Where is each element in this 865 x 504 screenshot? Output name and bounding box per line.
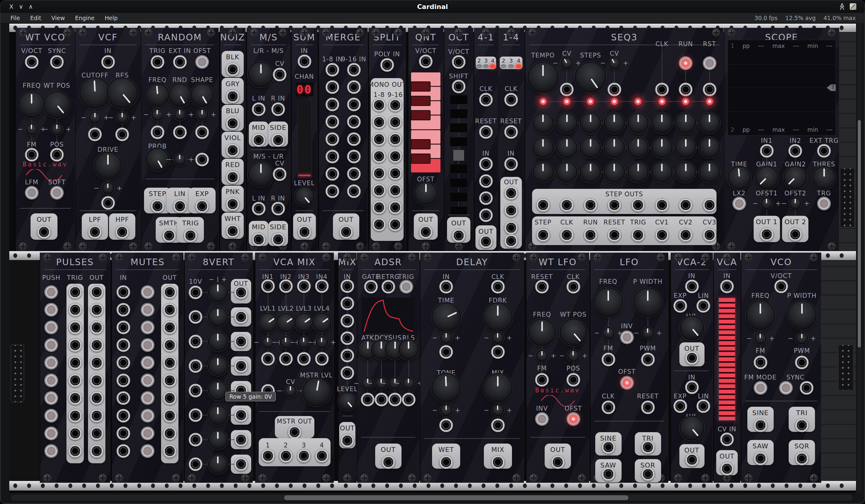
red-port[interactable] — [226, 170, 240, 184]
sum-module[interactable]: SUMINCHAN00LEVELOUT — [291, 28, 318, 251]
jack-port[interactable] — [774, 280, 788, 293]
jack-port[interactable] — [504, 93, 518, 107]
led-button[interactable] — [779, 381, 793, 395]
knob[interactable] — [560, 319, 587, 346]
knob[interactable] — [556, 162, 577, 183]
jack-port[interactable] — [189, 285, 203, 299]
mix-port[interactable] — [491, 455, 505, 469]
jack-port[interactable] — [788, 144, 802, 158]
jack-port[interactable] — [68, 374, 82, 387]
jack-port[interactable] — [234, 359, 248, 373]
sine-port[interactable] — [601, 440, 615, 454]
octave-cell[interactable] — [450, 178, 468, 188]
jack-port[interactable] — [504, 221, 518, 235]
jack-port[interactable] — [760, 144, 774, 158]
octave-cell[interactable] — [450, 192, 468, 202]
jack-port[interactable] — [601, 400, 615, 414]
knob[interactable] — [533, 113, 554, 133]
lin-port[interactable] — [173, 199, 187, 213]
wt-vco-module[interactable]: WT VCOV/OCTSYNCFREQWT POS−+−+FMPOSBasic.… — [15, 28, 75, 251]
trim-knob[interactable]: −+ — [440, 332, 452, 344]
sw41-module[interactable]: 4-1234CLKRESETINOUT — [474, 28, 498, 251]
knob[interactable] — [755, 166, 778, 189]
jack-port[interactable] — [189, 408, 203, 422]
scope-module[interactable]: SCOPE1pp---max---min---2pp---max---min--… — [724, 28, 839, 251]
knob[interactable] — [483, 303, 512, 332]
trim-knob[interactable]: −+ — [642, 327, 654, 339]
jack-port[interactable] — [163, 338, 177, 352]
jack-port[interactable] — [68, 391, 82, 405]
knob[interactable] — [533, 162, 554, 183]
jack-port[interactable] — [388, 149, 402, 163]
jack-port[interactable] — [536, 198, 550, 212]
knob[interactable] — [431, 373, 461, 402]
jack-port[interactable] — [90, 338, 104, 352]
led-button[interactable] — [195, 55, 209, 69]
jack-port[interactable] — [25, 148, 39, 162]
jack-port[interactable] — [347, 150, 361, 163]
jack-port[interactable] — [388, 218, 402, 231]
knob[interactable] — [699, 113, 720, 133]
jack-port[interactable] — [679, 83, 693, 96]
trim-knob[interactable]: −+ — [754, 332, 766, 344]
jack-port[interactable] — [631, 228, 645, 242]
jack-port[interactable] — [795, 355, 809, 369]
trim-knob[interactable]: −+ — [102, 182, 114, 194]
knob[interactable] — [528, 62, 559, 93]
jack-port[interactable] — [504, 203, 518, 217]
out-port[interactable] — [685, 351, 699, 365]
chevron-double-up-icon[interactable]: ≫ — [838, 3, 846, 10]
push-led-button[interactable] — [141, 320, 154, 334]
knob[interactable] — [431, 303, 461, 332]
knob[interactable] — [604, 113, 625, 133]
jack-port[interactable] — [68, 409, 82, 423]
lpf-port[interactable] — [88, 225, 102, 239]
knob[interactable] — [146, 83, 169, 107]
wet-port[interactable] — [439, 455, 453, 469]
push-led-button[interactable] — [141, 356, 154, 370]
random-module[interactable]: RANDOMTRIGEXT INOFSTFREQRNDSHAPE−+−+−+PR… — [141, 28, 219, 251]
jack-port[interactable] — [685, 380, 699, 394]
knob[interactable] — [633, 288, 662, 317]
jack-port[interactable] — [163, 356, 177, 370]
jack-port[interactable] — [273, 167, 287, 181]
jack-port[interactable] — [347, 80, 361, 94]
adsr-module[interactable]: ADSRGATERETRGTRIGATKDCYSUSRLS−+−+−+−+OUT — [357, 253, 419, 483]
hpf-port[interactable] — [115, 225, 129, 239]
jack-port[interactable] — [696, 399, 710, 413]
jack-port[interactable] — [372, 98, 386, 112]
horizontal-scrollbar[interactable] — [11, 495, 853, 501]
knob[interactable] — [680, 316, 704, 340]
jack-port[interactable] — [261, 449, 275, 463]
push-led-button[interactable] — [44, 285, 58, 299]
jack-port[interactable] — [754, 355, 768, 369]
led-button[interactable] — [817, 197, 831, 210]
jack-port[interactable] — [90, 320, 104, 334]
knob[interactable] — [746, 301, 775, 330]
out-port[interactable] — [720, 462, 734, 476]
jack-port[interactable] — [631, 198, 645, 212]
led-button-lit[interactable] — [620, 376, 634, 390]
jack-port[interactable] — [325, 132, 339, 146]
jack-port[interactable] — [50, 55, 64, 69]
side-port[interactable] — [271, 133, 285, 147]
push-led-button[interactable] — [141, 426, 154, 440]
knob[interactable] — [556, 137, 577, 158]
jack-port[interactable] — [68, 356, 82, 370]
jack-port[interactable] — [234, 335, 248, 348]
noiz-module[interactable]: NOIZBLKGRYBLUVIOLREDPNKWHT — [220, 28, 245, 251]
trim-knob[interactable]: −+ — [789, 198, 801, 210]
split-module[interactable]: SPLITPOLY INMONO OUT1-89-16 — [369, 28, 406, 251]
led-button[interactable] — [25, 186, 39, 200]
step-port[interactable] — [151, 199, 164, 213]
key-black[interactable] — [411, 96, 430, 106]
knob[interactable] — [575, 62, 606, 93]
mid-port[interactable] — [252, 133, 266, 147]
jack-port[interactable] — [372, 218, 386, 231]
jack-port[interactable] — [452, 80, 465, 93]
out-port[interactable] — [381, 455, 395, 469]
jack-port[interactable] — [116, 338, 130, 352]
jack-port[interactable] — [388, 98, 402, 112]
knob[interactable] — [675, 137, 696, 158]
knob[interactable] — [208, 454, 228, 474]
